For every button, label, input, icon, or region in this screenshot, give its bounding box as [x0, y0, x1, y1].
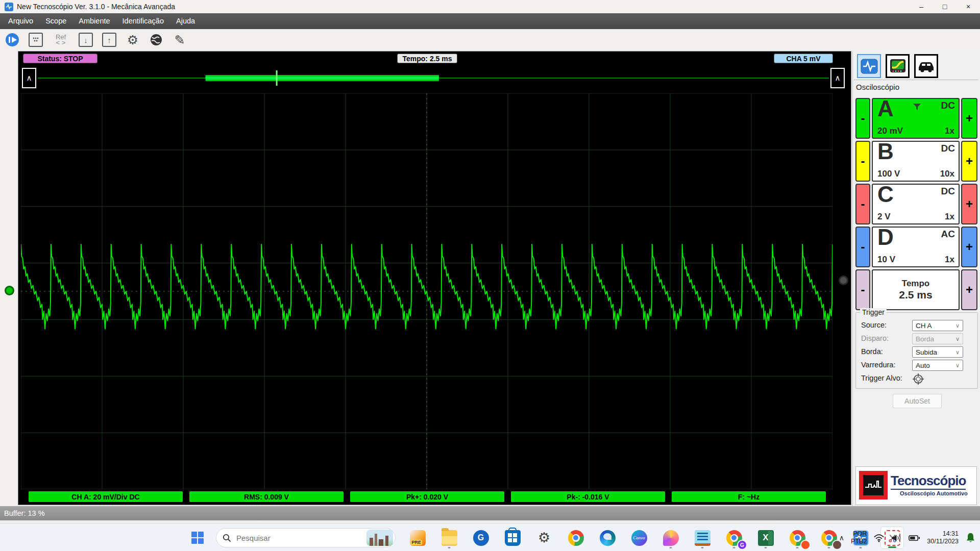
tempo-row-card[interactable]: Tempo2.5 ms: [872, 269, 960, 310]
panel-divider: [854, 80, 978, 80]
window-title: New Tecnoscópio Ver. 3.1.0 - Mecânica Av…: [17, 3, 175, 11]
tray-expand-chevron-icon[interactable]: ∧: [839, 534, 844, 542]
settings-gear-icon[interactable]: ⚙: [532, 527, 556, 549]
microsoft-store-icon[interactable]: [501, 527, 524, 549]
language-indicator[interactable]: PORPTB2: [851, 530, 867, 545]
chrome-icon[interactable]: [564, 527, 587, 549]
channel-scale: 10 V: [877, 255, 895, 265]
run-pause-button[interactable]: [4, 32, 20, 48]
running-indicator: [796, 547, 799, 548]
tempo-row-minus-button[interactable]: -: [855, 269, 870, 310]
running-indicator: [765, 547, 767, 548]
trigger-row: Disparo:Borda∨: [856, 333, 977, 344]
tab-osciloscopio[interactable]: [857, 54, 881, 78]
save-download-button[interactable]: ↓: [78, 32, 94, 48]
start-button[interactable]: [186, 527, 209, 549]
tempo-row: -Tempo2.5 ms+: [853, 269, 980, 310]
trigger-borda-select[interactable]: Subida∨: [912, 346, 963, 358]
grid-settings-button[interactable]: [28, 32, 44, 48]
search-input[interactable]: [235, 533, 345, 543]
trigger-row-label: Varredura:: [861, 361, 895, 369]
menu-item-ajuda[interactable]: Ajuda: [170, 13, 201, 29]
channel-b-plus-button[interactable]: +: [961, 141, 977, 182]
minimize-button[interactable]: –: [910, 0, 933, 13]
channel-a-minus-button[interactable]: -: [855, 98, 870, 139]
paint-app-icon[interactable]: [659, 527, 682, 549]
channel-probe: 1x: [945, 255, 954, 265]
reference-button[interactable]: Ref < >: [51, 32, 70, 48]
channel-d-minus-button[interactable]: -: [855, 227, 870, 267]
channel-scale: 100 V: [877, 169, 900, 179]
filter-funnel-icon[interactable]: [913, 103, 921, 113]
buffer-overview-strip: ∧ ∧: [22, 67, 845, 89]
tempo-row-plus-button[interactable]: +: [961, 269, 977, 310]
strip-right-button[interactable]: ∧: [830, 68, 845, 88]
strip-left-button[interactable]: ∧: [22, 68, 36, 88]
trigger-row-label: Source:: [861, 321, 887, 329]
clock-datetime[interactable]: 14:3130/11/2023: [927, 530, 959, 545]
trigger-target-icon[interactable]: [912, 373, 924, 387]
trigger-row: Borda:Subida∨: [856, 346, 977, 358]
premiere-pre-icon[interactable]: PRE: [406, 527, 429, 549]
channel-coupling: AC: [941, 229, 955, 240]
channel-a-card[interactable]: ADC20 mV1x: [872, 98, 960, 139]
channel-probe: 1x: [945, 212, 954, 222]
title-bar: New Tecnoscópio Ver. 3.1.0 - Mecânica Av…: [0, 0, 980, 13]
canva-icon[interactable]: Canva: [627, 527, 651, 549]
channel-b-card[interactable]: BDC100 V10x: [872, 141, 960, 182]
brand-logo-mark-icon: [859, 471, 888, 499]
channel-a-zero-marker[interactable]: [5, 286, 14, 295]
trigger-source-select[interactable]: CH A∨: [912, 320, 963, 331]
notes-app-icon[interactable]: [691, 527, 714, 549]
trigger-level-marker[interactable]: [839, 276, 848, 285]
trigger-varredura-select[interactable]: Auto∨: [912, 360, 963, 371]
wifi-icon[interactable]: [873, 534, 885, 542]
battery-icon[interactable]: [909, 534, 920, 542]
channel-c-minus-button[interactable]: -: [855, 184, 870, 224]
channel-b-minus-button[interactable]: -: [855, 141, 870, 182]
file-explorer-icon[interactable]: [437, 527, 461, 549]
menu-item-arquivo[interactable]: Arquivo: [2, 13, 39, 29]
channel-c-plus-button[interactable]: +: [961, 184, 977, 224]
tempo-label: Tempo: [902, 279, 929, 289]
profile-badge: [800, 540, 811, 550]
excel-icon[interactable]: X: [754, 527, 777, 549]
trigger-groupbox: Trigger Source:CH A∨Disparo:Borda∨Borda:…: [855, 312, 978, 389]
close-button[interactable]: ×: [957, 0, 980, 13]
load-upload-button[interactable]: ↑: [101, 32, 117, 48]
signature-pen-button[interactable]: ✎: [172, 32, 188, 48]
notification-bell-icon[interactable]: [965, 532, 976, 543]
volume-icon[interactable]: [891, 534, 902, 542]
weather-widget-thumbnail[interactable]: [366, 530, 393, 546]
tab-grafico[interactable]: [886, 54, 910, 78]
measurement-row: CH A: 20 mV/Div DCRMS: 0.009 VPk+: 0.020…: [18, 491, 852, 504]
channel-d-plus-button[interactable]: +: [961, 227, 977, 267]
chrome-profile-g-icon[interactable]: G: [722, 527, 746, 549]
channel-c-card[interactable]: CDC2 V1x: [872, 184, 960, 224]
blue-g-app-icon[interactable]: G: [469, 527, 493, 549]
running-indicator: [828, 547, 830, 548]
taskbar: PREG⚙CanvaGX ∧ PORPTB2 14:3130/11/2023: [0, 523, 980, 551]
menu-item-ambiente[interactable]: Ambiente: [72, 13, 116, 29]
taskbar-search[interactable]: [216, 528, 396, 547]
edge-icon[interactable]: [596, 527, 619, 549]
menu-item-scope[interactable]: Scope: [39, 13, 72, 29]
channel-a-plus-button[interactable]: +: [961, 98, 977, 139]
chrome-profile-orange-icon[interactable]: [786, 527, 809, 549]
maximize-button[interactable]: □: [933, 0, 957, 13]
measurement-badge: RMS: 0.009 V: [189, 491, 344, 502]
channel-letter: D: [877, 224, 894, 250]
buffer-overview-signal[interactable]: [38, 68, 829, 88]
channel-d-card[interactable]: DAC10 V1x: [872, 227, 960, 267]
settings-gear-button[interactable]: ⚙: [125, 32, 141, 48]
tab-automotivo[interactable]: [914, 54, 938, 78]
app-icon: [5, 3, 13, 11]
menu-item-identificação[interactable]: Identificação: [116, 13, 170, 29]
channel-letter: C: [877, 182, 894, 207]
search-icon: [223, 534, 231, 542]
autoset-button[interactable]: AutoSet: [893, 394, 942, 408]
chevron-down-icon: ∨: [955, 349, 960, 356]
globe-button[interactable]: [148, 32, 164, 48]
chrome-profile-avatar-icon[interactable]: [817, 527, 841, 549]
brand-name: Tecnoscópio: [891, 473, 966, 490]
